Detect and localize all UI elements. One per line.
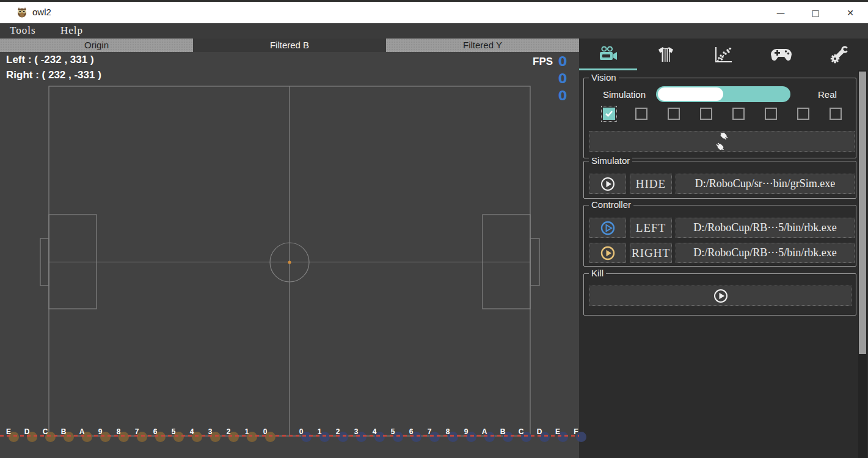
- simulator-group: Simulator HIDE D:/RoboCup/sr···bin/grSim…: [583, 161, 856, 199]
- ruler-label: 4: [190, 427, 194, 436]
- ruler-item-C: C: [515, 426, 527, 437]
- robot-marker: [503, 432, 513, 442]
- tab-origin[interactable]: Origin: [0, 39, 193, 52]
- robot-id-ruler: EDCBA98765432100123456789ABCDEF: [0, 39, 579, 458]
- control-tab-bar: [579, 39, 868, 70]
- fps-value-3: 0: [555, 89, 571, 103]
- ruler-item-B: B: [497, 426, 509, 437]
- owl-app-icon: [16, 7, 27, 18]
- close-button[interactable]: ✕: [833, 2, 868, 23]
- ruler-label: 9: [98, 427, 103, 436]
- ruler-label: 4: [373, 427, 377, 436]
- simulator-group-title: Simulator: [589, 155, 632, 166]
- controller-right-button[interactable]: RIGHT: [630, 243, 672, 263]
- fps-label: FPS: [533, 56, 553, 68]
- vision-checkbox-7[interactable]: [797, 108, 809, 120]
- right-button-label: RIGHT: [632, 246, 670, 260]
- jersey-icon: [657, 46, 675, 63]
- fps-value-1: 0: [555, 54, 571, 69]
- controller-right-run-button[interactable]: [589, 243, 626, 263]
- robot-marker: [228, 432, 239, 442]
- tab-vision[interactable]: [579, 39, 637, 70]
- tab-filtered-y[interactable]: Filtered Y: [386, 39, 579, 52]
- maximize-button[interactable]: □: [798, 2, 833, 23]
- ruler-item-5: 5: [167, 426, 180, 437]
- simulation-real-toggle[interactable]: [656, 86, 790, 102]
- robot-marker: [393, 432, 403, 442]
- ruler-label: 8: [446, 427, 450, 436]
- simulator-path-field[interactable]: D:/RoboCup/sr···bin/grSim.exe: [676, 174, 855, 194]
- vision-checkbox-5[interactable]: [732, 108, 745, 120]
- right-coordinate-readout: Right : ( 232 , -331 ): [6, 69, 101, 81]
- vision-checkbox-3[interactable]: [668, 108, 680, 120]
- ruler-label: 9: [464, 427, 469, 436]
- robot-marker: [356, 432, 367, 442]
- tab-plot[interactable]: [695, 39, 753, 70]
- robot-marker: [265, 432, 275, 442]
- ruler-item-0: 0: [259, 426, 271, 437]
- controller-left-run-button[interactable]: [589, 218, 626, 238]
- vision-checkbox-4[interactable]: [700, 108, 712, 120]
- vision-checkbox-2[interactable]: [635, 108, 647, 120]
- ruler-item-B: B: [57, 426, 70, 437]
- menu-item-help[interactable]: Help: [60, 24, 83, 37]
- ruler-item-D: D: [533, 426, 545, 437]
- ruler-item-D: D: [21, 426, 33, 437]
- tab-settings[interactable]: [810, 39, 868, 70]
- ruler-label: D: [537, 427, 542, 436]
- left-button-label: LEFT: [636, 221, 666, 235]
- minimize-button[interactable]: —: [763, 2, 798, 23]
- robot-marker: [155, 432, 166, 442]
- vision-checkbox-6[interactable]: [765, 108, 777, 120]
- gamepad-icon: [770, 47, 792, 62]
- tab-joystick[interactable]: [753, 39, 811, 70]
- scrollbar-thumb[interactable]: [859, 72, 866, 354]
- ruler-label: 7: [135, 427, 139, 436]
- robot-marker: [82, 432, 92, 442]
- ruler-label: A: [482, 427, 487, 436]
- ruler-label: D: [24, 427, 30, 436]
- tab-filtered-b[interactable]: Filtered B: [193, 39, 386, 52]
- soccer-field-drawing: [0, 39, 579, 458]
- controller-right-path-field[interactable]: D:/RoboCup/RB···5/bin/rbk.exe: [676, 243, 855, 263]
- robot-marker: [521, 432, 531, 442]
- menu-item-tools[interactable]: Tools: [10, 24, 36, 37]
- robot-marker: [192, 432, 202, 442]
- ruler-label: 8: [117, 427, 121, 436]
- ruler-item-E: E: [552, 426, 564, 437]
- tab-referee[interactable]: [637, 39, 695, 70]
- kill-group: Kill: [583, 273, 856, 316]
- ruler-label: 1: [318, 427, 322, 436]
- play-icon: [600, 176, 616, 192]
- kill-run-button[interactable]: [589, 286, 852, 306]
- ruler-label: 6: [409, 427, 414, 436]
- ruler-item-8: 8: [442, 426, 454, 437]
- vision-checkbox-1[interactable]: [603, 108, 615, 120]
- ruler-item-7: 7: [131, 426, 143, 437]
- toggle-knob[interactable]: [658, 87, 723, 101]
- simulator-hide-button[interactable]: HIDE: [630, 174, 672, 194]
- ruler-label: 0: [299, 427, 304, 436]
- controller-group: Controller LEFT D:/RoboCup/RB···5/bin/rb…: [583, 205, 856, 267]
- controller-left-path-field[interactable]: D:/RoboCup/RB···5/bin/rbk.exe: [676, 218, 855, 238]
- ruler-label: 7: [428, 427, 432, 436]
- scatter-chart-icon: [713, 45, 733, 64]
- robot-marker: [210, 432, 221, 442]
- ruler-label: E: [555, 427, 560, 436]
- simulator-run-button[interactable]: [589, 174, 626, 194]
- robot-marker: [466, 432, 476, 442]
- robot-marker: [45, 432, 56, 442]
- controller-left-button[interactable]: LEFT: [630, 218, 672, 238]
- connect-button[interactable]: [589, 131, 855, 152]
- panel-scrollbar[interactable]: [858, 70, 867, 458]
- vision-checkbox-8[interactable]: [830, 108, 842, 120]
- robot-marker: [100, 432, 111, 442]
- robot-marker: [173, 432, 184, 442]
- ruler-item-2: 2: [222, 426, 235, 437]
- controller-group-title: Controller: [589, 199, 633, 210]
- ruler-label: B: [61, 427, 67, 436]
- ruler-item-A: A: [478, 426, 491, 437]
- robot-marker: [558, 432, 568, 442]
- robot-marker: [9, 432, 19, 442]
- vision-group: Vision Simulation Real: [583, 78, 856, 158]
